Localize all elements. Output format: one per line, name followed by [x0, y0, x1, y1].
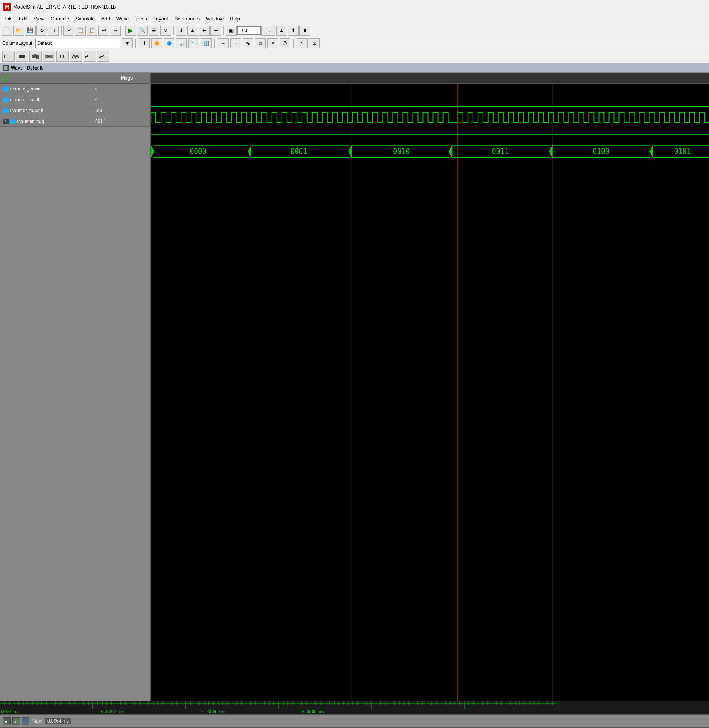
wave-shape-6[interactable]: [70, 51, 82, 62]
svg-rect-6: [4, 66, 7, 70]
signal-row-cin: /counter_tb/cin 0: [0, 84, 150, 94]
menu-simulate[interactable]: Simulate: [72, 15, 98, 22]
zoom-mode-btn3[interactable]: ↹: [243, 38, 253, 48]
modelsim-btn[interactable]: M: [160, 26, 171, 36]
zoom-mode-btn4[interactable]: □: [255, 38, 266, 48]
svg-text:i: i: [24, 720, 24, 723]
wave-right-btn[interactable]: ➡: [210, 26, 221, 36]
menu-help[interactable]: Help: [227, 15, 243, 22]
console-icon[interactable]: ▶: [3, 717, 11, 725]
open-btn[interactable]: 📂: [13, 26, 24, 36]
sim-icon[interactable]: S: [12, 717, 20, 725]
svg-text:0000: 0000: [190, 147, 206, 156]
fit-btn[interactable]: ▣: [226, 26, 237, 36]
print-btn[interactable]: 🖨: [48, 26, 59, 36]
svg-rect-7: [151, 84, 709, 701]
signal-icon-q: [9, 119, 17, 124]
status-icon3[interactable]: i: [22, 717, 29, 725]
col-layout-input[interactable]: [35, 39, 120, 48]
menu-wave[interactable]: Wave: [113, 15, 132, 22]
signal-panel-header: + Msgs: [0, 73, 150, 84]
svg-text:0000 ms: 0000 ms: [1, 709, 19, 714]
menu-layout[interactable]: Layout: [150, 15, 171, 22]
wave-shape-3[interactable]: [29, 51, 42, 62]
wave-shape-1[interactable]: [2, 51, 15, 62]
redo-btn[interactable]: ↪: [110, 26, 121, 36]
sep6: [214, 39, 215, 48]
wave-shape-4[interactable]: [43, 51, 55, 62]
menu-file[interactable]: File: [2, 15, 16, 22]
col-layout-dropdown[interactable]: ▼: [122, 38, 133, 48]
new-btn[interactable]: 📄: [2, 26, 12, 36]
time-up-btn[interactable]: ▲: [276, 26, 287, 36]
zoom-mode-btn2[interactable]: ○: [230, 38, 241, 48]
svg-text:0101: 0101: [674, 147, 691, 156]
wave-shape-7[interactable]: [84, 51, 96, 62]
zoom-mode-btn1[interactable]: ⌐: [218, 38, 229, 48]
col-view-btn4[interactable]: 📊: [176, 38, 187, 48]
refresh-btn[interactable]: ↻: [36, 26, 47, 36]
zoom-mode-btn6[interactable]: ///: [280, 38, 290, 48]
wave-shape-2[interactable]: [16, 51, 28, 62]
menu-tools[interactable]: Tools: [132, 15, 150, 22]
waveform-panel[interactable]: 0000 0001 0010 0011 0100 0101: [151, 73, 709, 701]
signal-value-q: 0011: [93, 119, 150, 124]
wave-shape-5[interactable]: [56, 51, 69, 62]
menu-view[interactable]: View: [31, 15, 48, 22]
svg-text:0.0006 ms: 0.0006 ms: [301, 709, 325, 714]
svg-text:0010: 0010: [393, 147, 410, 156]
menu-add[interactable]: Add: [98, 15, 113, 22]
signal-name-clk: /counter_tb/clk: [0, 97, 93, 102]
hierarchy-btn[interactable]: ☰: [149, 26, 159, 36]
now-label: Now: [32, 718, 42, 724]
svg-text:0001: 0001: [290, 147, 307, 156]
cut-btn[interactable]: ✂: [63, 26, 74, 36]
paste-btn[interactable]: 📋: [87, 26, 97, 36]
expand-q-btn[interactable]: +: [3, 119, 9, 124]
search-btn[interactable]: 🔍: [137, 26, 148, 36]
menu-compile[interactable]: Compile: [48, 15, 72, 22]
sep5: [135, 39, 136, 48]
signal-icon-cin: [2, 86, 10, 92]
svg-text:▶: ▶: [5, 720, 8, 723]
menu-edit[interactable]: Edit: [16, 15, 31, 22]
copy-btn[interactable]: 📋: [75, 26, 86, 36]
svg-text:S: S: [14, 720, 16, 723]
run-btn[interactable]: ▶: [125, 26, 136, 36]
col-view-btn6[interactable]: 🔢: [201, 38, 212, 48]
sep1: [61, 26, 62, 35]
signal-icon-cout: [2, 108, 10, 113]
menu-bookmarks[interactable]: Bookmarks: [171, 15, 203, 22]
signal-panel: + Msgs /counter_tb/cin 0 /counter_tb/clk…: [0, 73, 151, 701]
undo-btn[interactable]: ↩: [98, 26, 109, 36]
signal-name-cout: /counter_tb/cout: [0, 108, 93, 113]
signal-add-btn[interactable]: +: [2, 75, 9, 82]
wave-down-btn[interactable]: ⬇: [176, 26, 186, 36]
col-view-btn1[interactable]: ⬇: [139, 38, 150, 48]
save-btn[interactable]: 💾: [25, 26, 36, 36]
wave-left-btn[interactable]: ⬅: [199, 26, 210, 36]
sep4: [223, 26, 224, 35]
col-view-btn2[interactable]: 🔶: [151, 38, 162, 48]
wave-shape-8[interactable]: [97, 51, 109, 62]
time-axis: 0000 ms0.0002 ms0.0004 ms0.0006 ms: [0, 701, 709, 714]
step-forward-btn[interactable]: ⬆: [288, 26, 299, 36]
svg-text:0.0002 ms: 0.0002 ms: [101, 709, 124, 714]
now-value: 0.0064 ms: [45, 718, 71, 724]
step-back-btn[interactable]: ⬆: [299, 26, 310, 36]
time-unit-btn[interactable]: ps: [261, 26, 275, 36]
menu-window[interactable]: Window: [203, 15, 227, 22]
msgs-header: [151, 73, 709, 84]
cursor-mode-btn2[interactable]: ⊡: [309, 38, 320, 48]
signal-value-cout: St0: [93, 108, 150, 113]
col-view-btn3[interactable]: 🔷: [164, 38, 174, 48]
wave-up-btn[interactable]: ▲: [187, 26, 198, 36]
waveform-display[interactable]: 0000 0001 0010 0011 0100 0101: [151, 84, 709, 701]
svg-text:0.0004 ms: 0.0004 ms: [201, 709, 224, 714]
signal-icon-clk: [2, 97, 10, 102]
col-view-btn5[interactable]: 📉: [188, 38, 199, 48]
time-input[interactable]: [237, 26, 261, 35]
cursor-mode-btn1[interactable]: ↖: [297, 38, 308, 48]
zoom-mode-btn5[interactable]: ≡: [267, 38, 278, 48]
wave-window-title-bar: Wave - Default: [0, 63, 709, 73]
